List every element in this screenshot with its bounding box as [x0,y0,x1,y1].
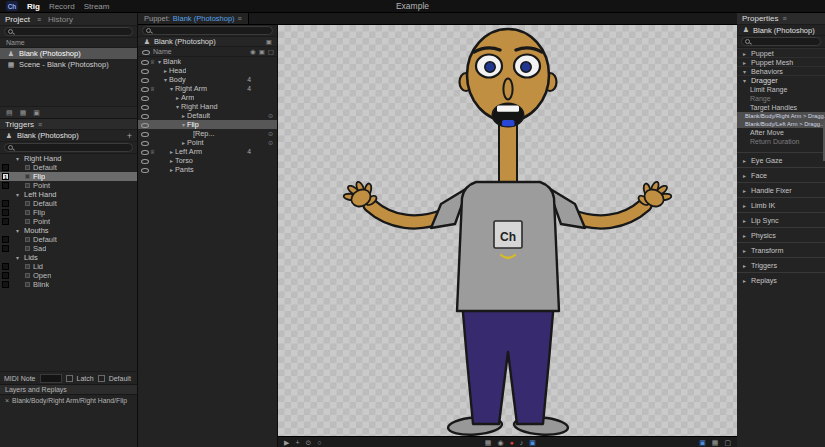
camera-input-icon[interactable]: ▣ [529,437,536,447]
property-row[interactable]: Range [737,94,825,103]
chevron-icon[interactable]: ▸ [168,148,175,155]
tree-row[interactable]: [Rep...⊙ [138,129,277,138]
chevron-icon[interactable]: ▸ [180,112,187,119]
menu-tab-record[interactable]: Record [49,2,75,11]
chevron-down-icon[interactable]: ▾ [14,227,21,234]
chevron-down-icon[interactable]: ▾ [14,191,21,198]
trigger-key-swatch[interactable] [2,236,9,243]
visibility-icon[interactable] [140,148,149,155]
trigger-key-swatch[interactable] [2,245,9,252]
default-checkbox[interactable] [98,375,105,382]
chevron-icon[interactable]: ▸ [174,94,181,101]
tree-row[interactable]: ♕▾Right Arm4 [138,84,277,93]
trigger-key-swatch[interactable] [2,218,9,225]
tree-row[interactable]: ♕▾Blank [138,57,277,66]
trigger-key-swatch[interactable] [2,182,9,189]
chevron-icon[interactable]: ▸ [168,166,175,173]
project-item[interactable]: ▦Scene - Blank (Photoshop) [0,59,137,70]
trigger-item[interactable]: Open [0,271,137,280]
section-face[interactable]: ▸Face [737,167,825,182]
tree-row[interactable]: ▾Right Hand [138,102,277,111]
chevron-icon[interactable]: ▾ [174,103,181,110]
trigger-item[interactable]: Flip [0,208,137,217]
panel-menu-icon[interactable]: ≡ [782,15,786,22]
pan-tool-icon[interactable]: + [295,437,299,447]
section-transform[interactable]: ▸Transform [737,242,825,257]
menu-tab-rig[interactable]: Rig [27,2,40,11]
chevron-icon[interactable]: ▾ [168,85,175,92]
visibility-icon[interactable] [140,157,149,164]
midi-note-input[interactable] [40,374,62,383]
frame-icon[interactable]: ▢ [724,437,731,447]
property-row[interactable]: Blank/Body/Left Arm > Dragg... [737,120,825,128]
visibility-icon[interactable] [140,139,149,146]
trigger-item[interactable]: Sad [0,244,137,253]
properties-search-input[interactable] [741,37,821,46]
chevron-down-icon[interactable]: ▾ [14,254,21,261]
panel-menu-icon[interactable]: ≡ [238,15,242,22]
trigger-item[interactable]: Point [0,217,137,226]
section-puppet[interactable]: ▸Puppet [737,48,825,57]
visibility-icon[interactable] [140,112,149,119]
property-row[interactable]: Return Duration [737,137,825,146]
visibility-icon[interactable] [140,67,149,74]
trigger-item[interactable]: Lid [0,262,137,271]
tab-history[interactable]: History [48,15,73,24]
tree-row[interactable]: ▸Default⊙ [138,111,277,120]
chevron-icon[interactable]: ▾ [180,121,187,128]
triggers-search-input[interactable] [4,143,133,152]
trigger-key-swatch[interactable] [2,272,9,279]
section-puppet-mesh[interactable]: ▸Puppet Mesh [737,57,825,66]
chevron-icon[interactable]: ▾ [156,58,163,65]
trigger-item[interactable]: 1Flip [0,172,137,181]
section-replays[interactable]: ▸Replays [737,272,825,287]
replay-item[interactable]: ×Blank/Body/Right Arm/Right Hand/Flip [0,395,137,405]
record-icon[interactable]: ● [510,437,514,447]
latch-checkbox[interactable] [66,375,73,382]
stage-canvas[interactable]: Ch [278,25,737,436]
trigger-item[interactable]: Default [0,235,137,244]
camera-icon[interactable]: ◉ [497,437,503,447]
section-behaviors[interactable]: ▾Behaviors [737,66,825,75]
trigger-item[interactable]: Default [0,163,137,172]
chevron-icon[interactable]: ▾ [162,76,169,83]
tree-row[interactable]: ▸Head [138,66,277,75]
property-row[interactable]: Limit Range [737,85,825,94]
tab-puppet[interactable]: Puppet: Blank (Photoshop) ≡ [138,13,249,24]
section-handle-fixer[interactable]: ▸Handle Fixer [737,182,825,197]
chevron-icon[interactable]: ▸ [180,139,187,146]
panel-options-icon[interactable]: ▣ [266,38,272,46]
section-lip-sync[interactable]: ▸Lip Sync [737,212,825,227]
tree-search-input[interactable] [142,26,273,35]
chevron-icon[interactable]: ▸ [168,157,175,164]
grid-icon[interactable]: ▦ [712,437,719,447]
tree-row[interactable]: ▾Flip [138,120,277,129]
list-view-icon[interactable]: ▤ [6,109,13,117]
chevron-icon[interactable]: ▸ [162,67,169,74]
tree-row[interactable]: ▸Torso [138,156,277,165]
property-row[interactable]: Target Handles [737,103,825,112]
section-triggers[interactable]: ▸Triggers [737,257,825,272]
tree-row[interactable]: ▾Body4 [138,75,277,84]
microphone-icon[interactable]: ♪ [520,437,524,447]
trigger-group[interactable]: ▾Mouths [0,226,137,235]
section-physics[interactable]: ▸Physics [737,227,825,242]
handle-tool-icon[interactable]: ○ [317,437,321,447]
triggers-puppet-row[interactable]: ♟ Blank (Photoshop) + [0,130,137,142]
visibility-icon[interactable] [140,94,149,101]
scene-camera-icon[interactable]: ▣ [699,437,706,447]
project-item[interactable]: ♟Blank (Photoshop) [0,48,137,59]
trigger-item[interactable]: Point [0,181,137,190]
new-item-icon[interactable]: ▣ [33,109,40,117]
section-dragger[interactable]: ▾ Dragger [737,75,825,85]
visibility-icon[interactable] [140,130,149,137]
trigger-key-swatch[interactable] [2,209,9,216]
visibility-icon[interactable] [140,58,149,65]
trigger-item[interactable]: Blink [0,280,137,289]
trigger-key-swatch[interactable] [2,164,9,171]
property-row[interactable]: After Move [737,128,825,137]
section-limb-ik[interactable]: ▸Limb IK [737,197,825,212]
trigger-group[interactable]: ▾Lids [0,253,137,262]
trigger-key-swatch[interactable] [2,263,9,270]
trigger-key-swatch[interactable] [2,281,9,288]
